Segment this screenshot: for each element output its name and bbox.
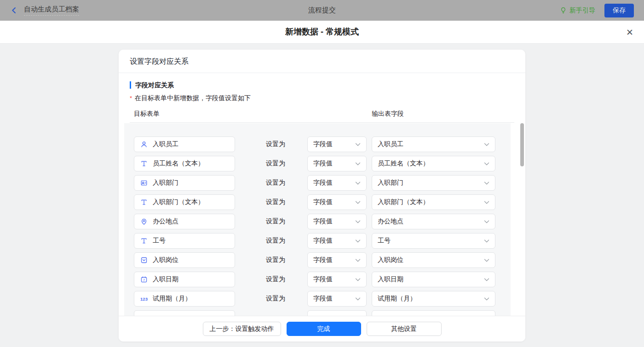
- output-field-selected: 入职部门（文本）: [378, 198, 429, 206]
- output-field-selected: 入职部门: [378, 179, 403, 187]
- target-field-box[interactable]: [134, 310, 235, 316]
- back-nav[interactable]: 自动生成员工档案: [10, 5, 79, 16]
- lightbulb-icon: [560, 7, 567, 14]
- done-button[interactable]: 完成: [287, 322, 361, 336]
- other-settings-button[interactable]: 其他设置: [367, 322, 442, 336]
- back-icon[interactable]: [10, 6, 18, 14]
- value-type-select[interactable]: 字段值: [307, 291, 367, 307]
- field-mapping-card: 设置字段对应关系 字段对应关系 *在目标表单中新增数据，字段值设置如下 目标表单…: [119, 50, 525, 341]
- chevron-down-icon: [484, 201, 489, 204]
- target-field-box[interactable]: 员工姓名（文本）: [134, 156, 235, 171]
- target-field-box[interactable]: 工号: [134, 233, 235, 249]
- table-row: 7 入职日期 设置为 字段值 入职日期: [124, 272, 511, 291]
- page-title: 自动生成员工档案: [24, 5, 79, 16]
- target-field-box[interactable]: 7 入职日期: [134, 272, 235, 287]
- value-type-select[interactable]: 字段值: [307, 156, 367, 171]
- value-type-selected: 字段值: [313, 198, 333, 206]
- value-type-select[interactable]: 字段值: [307, 194, 367, 210]
- close-icon[interactable]: ✕: [626, 28, 633, 36]
- modal-header: 新增数据 - 常规模式 ✕: [0, 21, 644, 44]
- output-field-select[interactable]: 入职员工: [372, 137, 495, 152]
- output-field-select[interactable]: [372, 310, 495, 316]
- target-field-box[interactable]: 入职员工: [134, 137, 235, 152]
- target-field-box[interactable]: 入职部门（文本）: [134, 194, 235, 210]
- table-row: 员工姓名（文本） 设置为 字段值 员工姓名（文本）: [124, 156, 511, 175]
- target-field-box[interactable]: 办公地点: [134, 214, 235, 229]
- output-field-select[interactable]: 试用期（月）: [372, 291, 495, 307]
- value-type-selected: 字段值: [313, 159, 333, 168]
- target-field-label: 办公地点: [153, 217, 178, 226]
- value-type-select[interactable]: 字段值: [307, 175, 367, 191]
- value-type-select[interactable]: 字段值: [307, 272, 367, 287]
- target-field-label: 入职部门: [153, 179, 178, 187]
- svg-text:7: 7: [143, 279, 145, 282]
- target-field-label: 试用期（月）: [153, 295, 191, 303]
- table-row: 办公地点 设置为 字段值 办公地点: [124, 214, 511, 233]
- text-icon: [139, 199, 149, 206]
- calendar-icon: 7: [139, 276, 149, 283]
- set-as-label: 设置为: [266, 198, 285, 206]
- output-field-selected: 入职岗位: [378, 256, 403, 264]
- target-field-box[interactable]: 123 试用期（月）: [134, 291, 235, 307]
- chevron-down-icon: [484, 297, 489, 301]
- set-as-label: 设置为: [266, 217, 285, 226]
- set-as-label: 设置为: [266, 256, 285, 264]
- output-field-select[interactable]: 入职部门: [372, 175, 495, 191]
- value-type-select[interactable]: 字段值: [307, 252, 367, 268]
- target-field-box[interactable]: 入职部门: [134, 175, 235, 191]
- chevron-down-icon: [484, 259, 489, 262]
- chevron-down-icon: [484, 143, 489, 146]
- value-type-select[interactable]: [307, 310, 367, 316]
- column-header-target: 目标表单: [134, 110, 160, 118]
- value-type-select[interactable]: 字段值: [307, 233, 367, 249]
- chevron-down-icon: [355, 143, 361, 146]
- card-footer: 上一步：设置触发动作 完成 其他设置: [119, 316, 525, 341]
- target-field-box[interactable]: 入职岗位: [134, 252, 235, 268]
- field-mapping-list: 入职员工 设置为 字段值 入职员工 员工姓名（文本） 设置为 字段值: [124, 123, 511, 316]
- table-row: [124, 310, 511, 316]
- output-field-select[interactable]: 入职岗位: [372, 252, 495, 268]
- output-field-select[interactable]: 工号: [372, 233, 495, 249]
- newbie-guide-button[interactable]: 新手引导: [560, 6, 595, 15]
- set-as-label: 设置为: [266, 159, 285, 168]
- prev-step-button[interactable]: 上一步：设置触发动作: [203, 322, 281, 336]
- value-type-selected: 字段值: [313, 237, 333, 245]
- section-title: 字段对应关系: [130, 81, 514, 89]
- chevron-down-icon: [355, 278, 361, 281]
- scrollbar-thumb[interactable]: [520, 123, 524, 166]
- set-as-label: 设置为: [266, 179, 285, 187]
- output-field-selected: 入职日期: [378, 275, 403, 284]
- chevron-down-icon: [484, 182, 489, 185]
- table-row: 入职岗位 设置为 字段值 入职岗位: [124, 252, 511, 272]
- chevron-down-icon: [355, 297, 361, 301]
- user-icon: [139, 141, 149, 148]
- newbie-guide-label: 新手引导: [569, 6, 595, 15]
- target-field-label: 入职岗位: [153, 256, 178, 264]
- output-field-select[interactable]: 办公地点: [372, 214, 495, 229]
- output-field-selected: 入职员工: [378, 140, 403, 148]
- value-type-selected: 字段值: [313, 295, 333, 303]
- svg-text:123: 123: [140, 296, 148, 301]
- target-field-label: 工号: [153, 237, 166, 245]
- value-type-select[interactable]: 字段值: [307, 137, 367, 152]
- target-field-label: 入职日期: [153, 275, 178, 284]
- chevron-down-icon: [355, 182, 361, 185]
- save-button[interactable]: 保存: [604, 4, 634, 17]
- output-field-select[interactable]: 员工姓名（文本）: [372, 156, 495, 171]
- output-field-select[interactable]: 入职日期: [372, 272, 495, 287]
- output-field-selected: 办公地点: [378, 217, 403, 226]
- card-header-title: 设置字段对应关系: [119, 50, 525, 73]
- output-field-select[interactable]: 入职部门（文本）: [372, 194, 495, 210]
- required-mark: *: [130, 95, 132, 102]
- table-row: 入职部门 设置为 字段值 入职部门: [124, 175, 511, 194]
- set-as-label: 设置为: [266, 295, 285, 303]
- target-field-label: 员工姓名（文本）: [153, 159, 204, 168]
- table-row: 123 试用期（月） 设置为 字段值 试用期（月）: [124, 291, 511, 310]
- chevron-down-icon: [484, 220, 489, 223]
- target-field-label: 入职员工: [153, 140, 178, 148]
- section-description: *在目标表单中新增数据，字段值设置如下: [130, 94, 514, 102]
- set-as-label: 设置为: [266, 237, 285, 245]
- output-field-selected: 工号: [378, 237, 391, 245]
- table-row: 入职部门（文本） 设置为 字段值 入职部门（文本）: [124, 194, 511, 214]
- value-type-select[interactable]: 字段值: [307, 214, 367, 229]
